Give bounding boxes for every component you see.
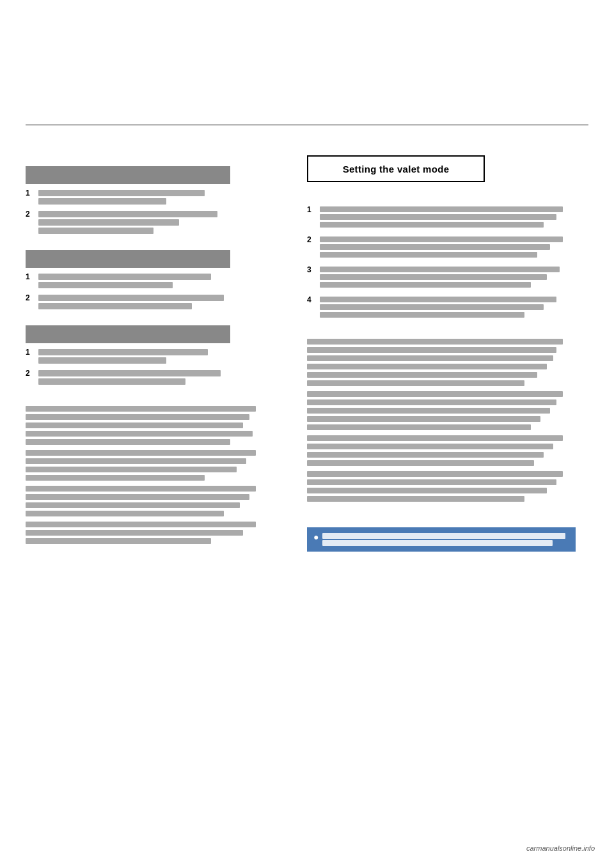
right-line-4-2 <box>320 304 544 310</box>
body-line-11 <box>26 494 249 500</box>
block-2-item-1: 1 <box>26 272 275 290</box>
body-line-7 <box>26 458 246 464</box>
right-line-1-2 <box>320 214 556 220</box>
right-line-3-1 <box>320 267 560 272</box>
block-1-item-2-text-line3 <box>38 228 154 234</box>
page-container: Setting the valet mode 1 2 <box>0 0 614 868</box>
right-line-4-1 <box>320 297 556 302</box>
body-line-16 <box>26 538 211 544</box>
right-item-4: 4 <box>307 295 588 320</box>
right-item-2-text <box>320 235 563 260</box>
body-line-8 <box>26 467 237 472</box>
block-2-header <box>26 250 230 268</box>
right-body-line-11 <box>307 424 531 430</box>
right-item-4-number: 4 <box>307 295 316 306</box>
note-box: ● <box>307 527 576 552</box>
right-line-2-2 <box>320 244 550 250</box>
left-block-3: 1 2 <box>26 325 275 387</box>
body-line-15 <box>26 530 243 536</box>
body-line-2 <box>26 414 249 420</box>
right-item-3-number: 3 <box>307 265 316 275</box>
block-3-item-2-text-line2 <box>38 378 185 385</box>
block-1-item-1-text-line1 <box>38 190 205 196</box>
body-line-14 <box>26 522 256 527</box>
body-line-6 <box>26 450 256 456</box>
right-body-line-19 <box>307 496 524 502</box>
block-2-item-1-number: 1 <box>26 272 35 283</box>
body-line-5 <box>26 439 230 445</box>
right-body-line-8 <box>307 399 556 405</box>
block-2-item-2: 2 <box>26 293 275 311</box>
block-1-item-1-number: 1 <box>26 188 35 199</box>
left-column: 1 2 1 <box>26 166 275 546</box>
right-body-p3 <box>307 435 588 466</box>
right-line-1-1 <box>320 206 563 212</box>
right-item-4-text <box>320 295 556 320</box>
section-title-text: Setting the valet mode <box>343 164 450 174</box>
right-line-2-3 <box>320 252 537 258</box>
right-item-1-number: 1 <box>307 205 316 215</box>
block-3-item-2-text-line1 <box>38 370 221 376</box>
body-paragraph-3 <box>26 486 275 516</box>
block-1-item-2-text-line1 <box>38 211 217 217</box>
block-1-item-2-text-line2 <box>38 219 179 226</box>
body-line-12 <box>26 502 240 508</box>
block-2-item-2-text-line2 <box>38 303 192 309</box>
note-bullet: ● <box>313 532 319 542</box>
watermark: carmanualsonline.info <box>526 844 595 852</box>
block-2-item-1-text-line1 <box>38 274 211 280</box>
block-3-item-1-number: 1 <box>26 347 35 358</box>
body-line-13 <box>26 511 224 516</box>
top-rule <box>26 125 588 125</box>
note-text-line-2 <box>322 540 553 546</box>
right-line-3-3 <box>320 282 531 288</box>
block-2-item-2-number: 2 <box>26 293 35 304</box>
block-3-item-1: 1 <box>26 347 275 366</box>
body-text-area <box>26 406 275 544</box>
right-body-line-14 <box>307 452 544 458</box>
note-text-area <box>322 532 565 547</box>
right-body-line-18 <box>307 488 547 493</box>
block-3-item-2-number: 2 <box>26 368 35 379</box>
right-item-3: 3 <box>307 265 588 290</box>
right-item-2: 2 <box>307 235 588 260</box>
right-item-1: 1 <box>307 205 588 229</box>
note-text-line-1 <box>322 533 565 539</box>
right-body-line-17 <box>307 479 556 485</box>
block-3-item-2: 2 <box>26 368 275 387</box>
right-body-line-1 <box>307 339 563 345</box>
block-1-item-2: 2 <box>26 209 275 236</box>
right-body-line-16 <box>307 471 563 477</box>
right-body-line-9 <box>307 408 550 414</box>
block-3-item-1-text-line1 <box>38 349 208 355</box>
block-2-item-1-text-line2 <box>38 282 173 288</box>
right-line-4-3 <box>320 312 524 318</box>
right-item-2-number: 2 <box>307 235 316 245</box>
section-title-box: Setting the valet mode <box>307 155 485 182</box>
right-body-line-13 <box>307 444 553 449</box>
block-1-item-2-number: 2 <box>26 209 35 220</box>
right-line-3-2 <box>320 274 547 280</box>
body-paragraph-4 <box>26 522 275 544</box>
block-2-item-2-text-line1 <box>38 295 224 301</box>
right-body-line-12 <box>307 435 563 441</box>
body-line-1 <box>26 406 256 412</box>
watermark-text: carmanualsonline.info <box>526 844 595 852</box>
right-body-line-7 <box>307 391 563 397</box>
block-3-item-1-text-line2 <box>38 357 166 364</box>
right-body-line-15 <box>307 460 534 466</box>
right-line-1-3 <box>320 222 544 228</box>
body-paragraph-2 <box>26 450 275 481</box>
right-body-line-6 <box>307 380 524 386</box>
body-line-3 <box>26 422 243 428</box>
block-1-header <box>26 166 230 184</box>
right-line-2-1 <box>320 236 563 242</box>
right-column: 1 2 3 4 <box>307 205 588 552</box>
body-line-9 <box>26 475 205 481</box>
block-3-header <box>26 325 230 343</box>
right-body-line-10 <box>307 416 540 422</box>
right-body-line-4 <box>307 364 547 369</box>
left-block-1: 1 2 <box>26 166 275 236</box>
right-body-p4 <box>307 471 588 502</box>
left-block-2: 1 2 <box>26 250 275 311</box>
